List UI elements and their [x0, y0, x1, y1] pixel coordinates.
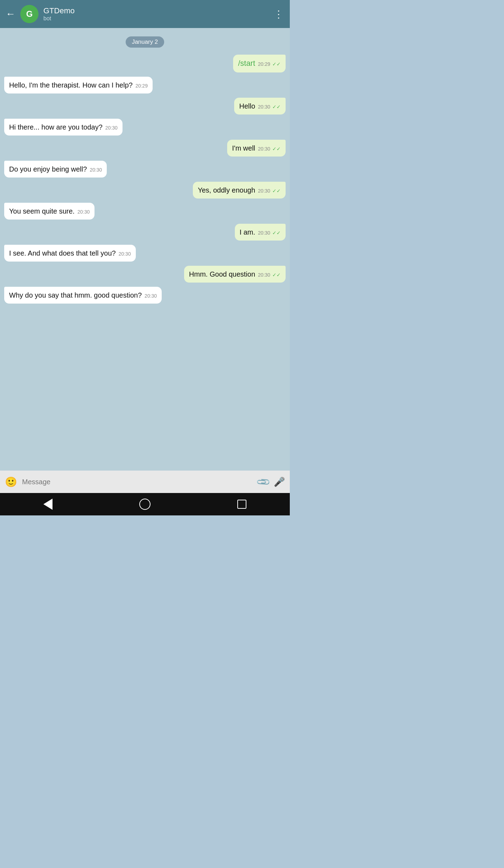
message-bubble: Hello20:30 ✓✓ — [234, 98, 286, 114]
message-bubble: I see. And what does that tell you?20:30 — [4, 245, 136, 262]
read-receipt-icon: ✓✓ — [271, 272, 281, 278]
message-time: 20:30 — [105, 125, 118, 131]
message-text: Do you enjoy being well? — [9, 165, 87, 173]
message-bubble: /start20:29 ✓✓ — [233, 55, 286, 72]
message-text: Hi there... how are you today? — [9, 123, 103, 131]
message-input[interactable] — [22, 478, 253, 486]
more-options-button[interactable]: ⋮ — [274, 8, 284, 20]
message-text: /start — [238, 59, 255, 68]
message-text: Yes, oddly enough — [198, 186, 255, 194]
message-text: I see. And what does that tell you? — [9, 249, 116, 257]
message-row: I see. And what does that tell you?20:30 — [4, 245, 286, 262]
message-bubble: I'm well20:30 ✓✓ — [227, 140, 286, 157]
message-row: I am.20:30 ✓✓ — [4, 224, 286, 241]
read-receipt-icon: ✓✓ — [271, 188, 281, 194]
home-nav-button[interactable] — [139, 499, 150, 510]
date-badge-label: January 2 — [126, 36, 164, 48]
message-text: I'm well — [232, 144, 255, 152]
message-time: 20:30 ✓✓ — [258, 272, 281, 278]
message-time: 20:30 — [145, 293, 157, 299]
message-text: Hello — [239, 102, 255, 110]
message-input-bar: 🙂 📎 🎤 — [0, 471, 290, 493]
message-bubble: I am.20:30 ✓✓ — [235, 224, 286, 241]
message-time: 20:30 ✓✓ — [258, 230, 281, 236]
message-text: I am. — [240, 228, 255, 236]
mic-button[interactable]: 🎤 — [274, 477, 285, 487]
message-time: 20:30 ✓✓ — [258, 188, 281, 194]
message-text: Hmm. Good question — [189, 270, 255, 278]
message-row: I'm well20:30 ✓✓ — [4, 140, 286, 157]
message-row: Why do you say that hmm. good question?2… — [4, 287, 286, 304]
message-bubble: Hi there... how are you today?20:30 — [4, 119, 122, 136]
back-nav-button[interactable] — [43, 499, 52, 510]
read-receipt-icon: ✓✓ — [271, 61, 281, 67]
message-row: Hello20:30 ✓✓ — [4, 98, 286, 114]
message-text: Hello, I'm the therapist. How can I help… — [9, 81, 133, 89]
message-bubble: Why do you say that hmm. good question?2… — [4, 287, 162, 304]
message-text: You seem quite sure. — [9, 207, 75, 215]
message-row: Hi there... how are you today?20:30 — [4, 119, 286, 136]
chat-subtitle: bot — [43, 15, 274, 22]
message-text: Why do you say that hmm. good question? — [9, 291, 142, 299]
attach-button[interactable]: 📎 — [255, 474, 271, 490]
header-info: GTDemo bot — [43, 6, 274, 22]
read-receipt-icon: ✓✓ — [271, 104, 281, 110]
message-row: Yes, oddly enough20:30 ✓✓ — [4, 182, 286, 199]
chat-name: GTDemo — [43, 6, 274, 15]
message-time: 20:30 — [90, 167, 102, 173]
message-bubble: You seem quite sure.20:30 — [4, 203, 94, 220]
back-button[interactable]: ← — [6, 9, 15, 19]
message-time: 20:30 ✓✓ — [258, 146, 281, 152]
message-time: 20:30 — [77, 209, 90, 215]
message-row: You seem quite sure.20:30 — [4, 203, 286, 220]
recents-nav-button[interactable] — [237, 500, 246, 509]
chat-area: January 2 /start20:29 ✓✓Hello, I'm the t… — [0, 28, 290, 471]
chat-header: ← G GTDemo bot ⋮ — [0, 0, 290, 28]
message-bubble: Hello, I'm the therapist. How can I help… — [4, 77, 153, 93]
read-receipt-icon: ✓✓ — [271, 146, 281, 152]
message-time: 20:30 ✓✓ — [258, 104, 281, 110]
date-divider: January 2 — [4, 36, 286, 48]
emoji-button[interactable]: 🙂 — [5, 476, 17, 488]
system-nav-bar — [0, 493, 290, 515]
read-receipt-icon: ✓✓ — [271, 230, 281, 236]
message-time: 20:29 ✓✓ — [258, 61, 281, 67]
message-time: 20:29 — [135, 83, 148, 89]
avatar: G — [20, 5, 38, 23]
message-time: 20:30 — [119, 251, 131, 257]
message-bubble: Do you enjoy being well?20:30 — [4, 161, 107, 178]
message-row: Hello, I'm the therapist. How can I help… — [4, 77, 286, 93]
message-row: Hmm. Good question20:30 ✓✓ — [4, 266, 286, 283]
message-row: Do you enjoy being well?20:30 — [4, 161, 286, 178]
message-row: /start20:29 ✓✓ — [4, 55, 286, 72]
message-bubble: Hmm. Good question20:30 ✓✓ — [184, 266, 286, 283]
message-bubble: Yes, oddly enough20:30 ✓✓ — [193, 182, 286, 199]
